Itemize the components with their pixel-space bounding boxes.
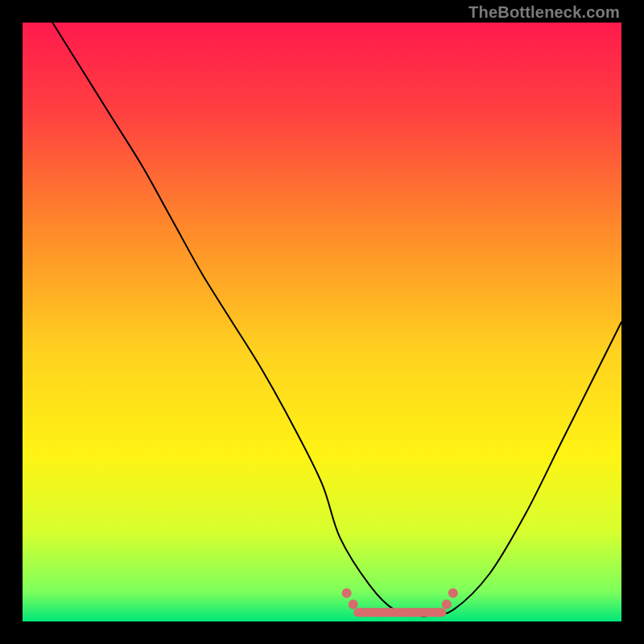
svg-point-3 — [442, 600, 452, 609]
bottleneck-curve — [23, 23, 621, 621]
chart-frame: TheBottleneck.com — [0, 0, 644, 644]
plot-area — [23, 23, 621, 621]
svg-point-4 — [448, 588, 458, 598]
attribution-label: TheBottleneck.com — [469, 3, 620, 22]
svg-point-2 — [342, 588, 352, 598]
svg-point-1 — [349, 600, 358, 609]
